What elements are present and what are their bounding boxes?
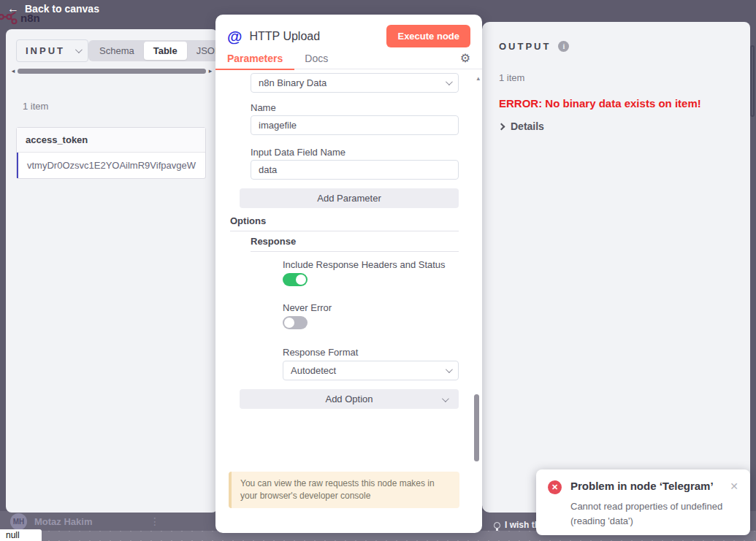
back-arrow-icon: ← xyxy=(7,3,19,15)
tab-parameters[interactable]: Parameters xyxy=(227,47,283,69)
table-row[interactable]: vtmyDr0Ozsvc1E2YOAilmR9VifpavgeW xyxy=(17,153,205,178)
toast-title: Problem in node ‘Telegram’ xyxy=(570,480,721,492)
binary-data-value: n8n Binary Data xyxy=(259,77,327,88)
chevron-down-icon xyxy=(75,46,83,53)
page-scrollbar-thumb[interactable] xyxy=(750,45,755,117)
input-data-field-label: Input Data Field Name xyxy=(251,147,345,158)
table-column-header[interactable]: access_token xyxy=(17,128,205,153)
node-detail-modal: @ HTTP Upload Execute node Parameters Do… xyxy=(215,15,482,533)
response-format-select[interactable]: Autodetect xyxy=(283,361,459,380)
close-icon[interactable]: ✕ xyxy=(730,480,738,492)
input-data-field-input[interactable]: data xyxy=(251,160,459,180)
ndv-overlay: ← Back to canvas n8n MH Motaz Hakim ⋮ nu… xyxy=(0,0,756,541)
http-node-icon: @ xyxy=(227,28,242,45)
input-view-tabs: Schema Table JSON xyxy=(88,40,232,61)
toggle-knob xyxy=(284,318,294,328)
error-toast: ✕ Problem in node ‘Telegram’ ✕ Cannot re… xyxy=(536,469,750,535)
chevron-down-icon xyxy=(446,366,453,373)
tab-schema[interactable]: Schema xyxy=(90,42,144,60)
toggle-knob xyxy=(296,275,306,285)
output-panel: OUTPUT i 1 item ERROR: No binary data ex… xyxy=(482,22,750,513)
details-label: Details xyxy=(511,120,544,132)
horizontal-scrollbar-thumb[interactable] xyxy=(18,69,206,74)
name-input[interactable]: imagefile xyxy=(251,115,459,135)
kebab-menu-icon[interactable]: ⋮ xyxy=(150,515,160,527)
toast-message: Cannot read properties of undefined (rea… xyxy=(570,499,728,529)
scroll-up-icon[interactable]: ▴ xyxy=(476,74,480,82)
options-section-label: Options xyxy=(230,215,459,231)
avatar: MH xyxy=(10,513,27,530)
response-section-label: Response xyxy=(251,236,459,252)
back-to-canvas-label: Back to canvas xyxy=(25,3,99,15)
include-headers-toggle[interactable] xyxy=(283,273,308,286)
gear-icon[interactable]: ⚙ xyxy=(460,51,470,65)
null-tooltip: null xyxy=(0,529,42,541)
input-panel-title: INPUT xyxy=(26,45,65,56)
response-format-value: Autodetect xyxy=(291,365,336,376)
lightbulb-icon xyxy=(494,522,500,529)
raw-requests-notice: You can view the raw requests this node … xyxy=(229,472,459,508)
info-icon[interactable]: i xyxy=(558,41,569,52)
execute-node-button[interactable]: Execute node xyxy=(386,25,470,47)
scroll-right-icon[interactable]: ▸ xyxy=(206,67,215,74)
input-panel: INPUT Schema Table JSON ◂ ▸ 1 item acces… xyxy=(6,29,218,513)
binary-data-select[interactable]: n8n Binary Data xyxy=(251,73,459,93)
user-name: Motaz Hakim xyxy=(34,516,142,527)
add-parameter-button[interactable]: Add Parameter xyxy=(240,188,459,208)
modal-scrollbar-thumb[interactable] xyxy=(474,394,479,461)
include-headers-label: Include Response Headers and Status xyxy=(283,259,446,270)
output-error-message: ERROR: No binary data exists on item! xyxy=(499,97,701,110)
output-panel-title: OUTPUT xyxy=(499,41,551,52)
input-items-count: 1 item xyxy=(23,101,48,112)
response-format-label: Response Format xyxy=(283,347,358,358)
tab-docs[interactable]: Docs xyxy=(305,47,328,69)
tab-table[interactable]: Table xyxy=(144,42,187,60)
never-error-toggle[interactable] xyxy=(283,316,308,329)
output-items-count: 1 item xyxy=(499,72,524,83)
chevron-down-icon xyxy=(442,395,449,402)
user-menu[interactable]: MH Motaz Hakim ⋮ xyxy=(0,511,170,532)
error-circle-icon: ✕ xyxy=(548,480,562,494)
feedback-wish-button[interactable]: I wish thi xyxy=(494,520,542,530)
horizontal-scrollbar[interactable]: ◂ ▸ xyxy=(9,67,215,74)
node-title[interactable]: HTTP Upload xyxy=(249,30,386,43)
chevron-right-icon xyxy=(498,123,505,130)
never-error-label: Never Error xyxy=(283,302,332,313)
parameters-scroll-area: n8n Binary Data Name imagefile Input Dat… xyxy=(215,70,482,533)
input-source-select[interactable]: INPUT xyxy=(16,39,88,62)
scroll-left-icon[interactable]: ◂ xyxy=(9,67,18,74)
add-option-label: Add Option xyxy=(325,394,373,404)
details-expander[interactable]: Details xyxy=(499,120,544,132)
back-to-canvas-button[interactable]: ← Back to canvas xyxy=(7,3,99,15)
input-data-table: access_token vtmyDr0Ozsvc1E2YOAilmR9Vifp… xyxy=(16,127,206,179)
chevron-down-icon xyxy=(446,78,453,85)
add-option-button[interactable]: Add Option xyxy=(240,389,459,409)
name-label: Name xyxy=(251,102,276,113)
